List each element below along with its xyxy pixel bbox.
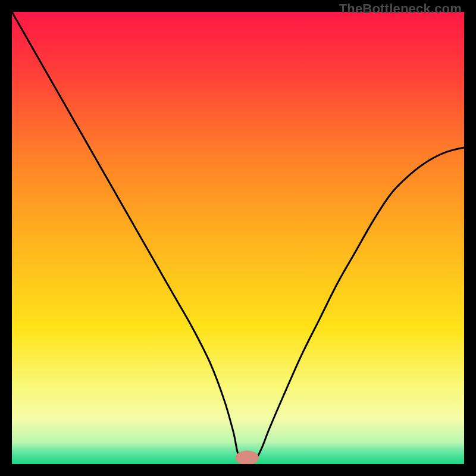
bottleneck-chart [12,12,464,464]
chart-frame [12,12,464,464]
watermark-text: TheBottleneck.com [339,1,462,17]
gradient-background [12,12,464,464]
